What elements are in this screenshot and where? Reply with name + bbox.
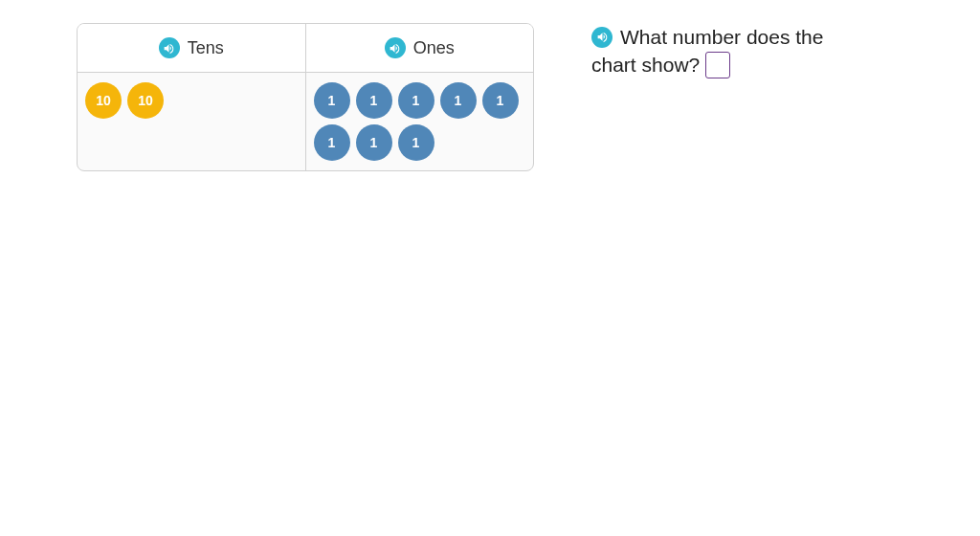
ones-disc: 1 <box>314 82 350 119</box>
audio-icon[interactable] <box>591 27 612 48</box>
ones-cell: 11111111 <box>306 73 534 170</box>
tens-disc: 10 <box>127 82 164 119</box>
ones-disc: 1 <box>356 124 392 161</box>
audio-icon[interactable] <box>385 37 406 58</box>
ones-disc: 1 <box>440 82 477 119</box>
audio-icon[interactable] <box>159 37 180 58</box>
tens-disc: 10 <box>85 82 122 119</box>
header-cell-ones: Ones <box>306 24 534 72</box>
tens-cell: 1010 <box>78 73 306 170</box>
place-value-table: Tens Ones 1010 11111111 <box>77 23 534 171</box>
ones-disc: 1 <box>398 82 434 119</box>
ones-disc: 1 <box>314 124 350 161</box>
table-body: 1010 11111111 <box>78 73 533 170</box>
ones-disc: 1 <box>482 82 519 119</box>
header-cell-tens: Tens <box>78 24 306 72</box>
header-ones-label: Ones <box>413 38 455 58</box>
table-header: Tens Ones <box>78 24 533 73</box>
ones-disc: 1 <box>356 82 392 119</box>
ones-disc: 1 <box>398 124 434 161</box>
question-text-line1: What number does the <box>620 23 823 51</box>
question-text-line2: chart show? <box>591 51 700 78</box>
question-block: What number does the chart show? <box>591 23 823 79</box>
header-tens-label: Tens <box>188 38 224 58</box>
answer-input[interactable] <box>705 52 730 78</box>
